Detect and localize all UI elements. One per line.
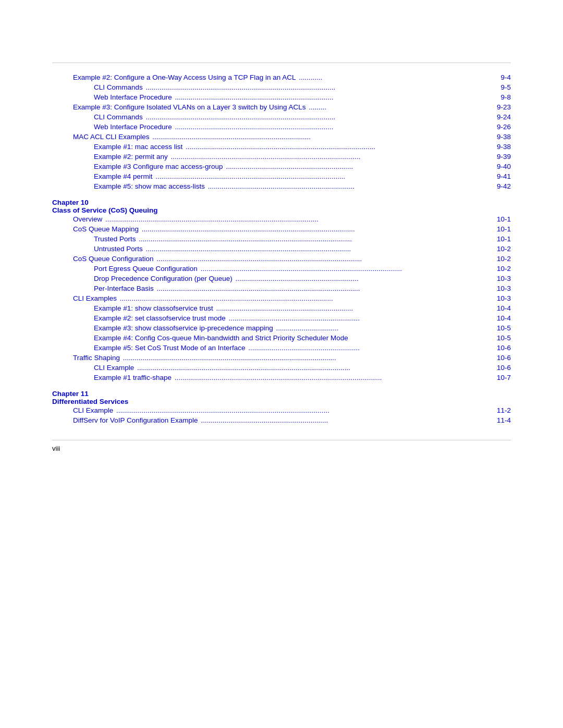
list-item: Web Interface Procedure ................… — [52, 123, 511, 131]
entry-label: Example #2: Configure a One-Way Access U… — [73, 73, 296, 81]
entry-page: 10-3 — [497, 294, 511, 302]
entry-page: 9-42 — [497, 182, 511, 190]
list-item: Example #3: show classofservice ip-prece… — [52, 324, 511, 332]
entry-page: 10-3 — [497, 275, 511, 282]
entry-page: 11-2 — [497, 406, 511, 414]
entry-page: 10-6 — [497, 344, 511, 352]
content-area: Example #2: Configure a One-Way Access U… — [0, 63, 563, 424]
entry-page: 10-1 — [497, 225, 511, 233]
list-item: DiffServ for VoIP Configuration Example … — [52, 416, 511, 424]
entry-dots: ........................................… — [155, 285, 496, 292]
list-item: CLI Example ............................… — [52, 364, 511, 372]
footer-area: viii — [0, 440, 563, 452]
entry-page: 10-6 — [497, 364, 511, 372]
entry-label: CLI Example — [94, 364, 134, 372]
list-item: Traffic Shaping ........................… — [52, 354, 511, 362]
entry-label: CLI Commands — [94, 113, 143, 121]
entry-label: Example #5: show mac access-lists — [94, 182, 205, 190]
entry-page: 11-4 — [497, 416, 511, 424]
entry-page: 9-4 — [500, 73, 511, 81]
chapter-11-label: Chapter 11 — [52, 390, 511, 398]
entry-label: Web Interface Procedure — [94, 93, 172, 101]
list-item: Example #1: show classofservice trust ..… — [52, 304, 511, 312]
entry-dots: ........................................… — [246, 344, 496, 352]
entry-label: CoS Queue Configuration — [73, 255, 154, 263]
entry-label: CoS Queue Mapping — [73, 225, 139, 233]
entry-dots: ........................................… — [103, 215, 496, 223]
list-item: Web Interface Procedure ................… — [52, 93, 511, 101]
entry-dots: ........................................… — [169, 153, 496, 161]
entry-label: Trusted Ports — [94, 235, 136, 243]
entry-label: Per-Interface Basis — [94, 285, 154, 292]
entry-dots: ........................................… — [121, 354, 496, 362]
entry-label: Overview — [73, 215, 102, 223]
entry-label: Example #1 traffic-shape — [94, 374, 172, 381]
entry-dots: ........................................… — [144, 245, 496, 253]
entry-label: MAC ACL CLI Examples — [73, 133, 150, 141]
list-item: CLI Commands ...........................… — [52, 83, 511, 91]
entry-dots: ........................................… — [155, 255, 496, 263]
list-item: Example #3: Configure Isolated VLANs on … — [52, 103, 511, 111]
chapter-10-title: Class of Service (CoS) Queuing — [52, 206, 511, 214]
chapter-11-title: Differentiated Services — [52, 398, 511, 405]
entry-page: 10-3 — [497, 285, 511, 292]
chapter-11-heading: Chapter 11 Differentiated Services — [52, 390, 511, 405]
entry-page: 10-4 — [497, 314, 511, 322]
entry-page: 9-8 — [500, 93, 511, 101]
list-item: Overview ...............................… — [52, 215, 511, 223]
list-item: Example #1: mac access list ............… — [52, 143, 511, 151]
entry-label: Example #5: Set CoS Trust Mode of an Int… — [94, 344, 245, 352]
entry-page: 10-4 — [497, 304, 511, 312]
list-item: Port Egress Queue Configuration ........… — [52, 265, 511, 273]
list-item: Untrusted Ports ........................… — [52, 245, 511, 253]
list-item: Per-Interface Basis ....................… — [52, 285, 511, 292]
entry-page: 9-24 — [497, 113, 511, 121]
entry-dots: ........................................… — [118, 294, 496, 302]
entry-label: Example #2: set classofservice trust mod… — [94, 314, 226, 322]
entry-label: CLI Examples — [73, 294, 117, 302]
list-item: Example #5: show mac access-lists ......… — [52, 182, 511, 190]
entry-dots: ........................................… — [173, 374, 496, 381]
entry-dots: ........................................… — [137, 235, 496, 243]
entry-dots: ........................................… — [183, 143, 496, 151]
entry-dots: ........................................… — [135, 364, 496, 372]
entry-page: 10-1 — [497, 215, 511, 223]
entry-page: 10-2 — [497, 255, 511, 263]
list-item: Example #2: Configure a One-Way Access U… — [52, 73, 511, 81]
entry-dots: ........................................… — [214, 304, 496, 312]
entry-dots: ........................................… — [151, 133, 496, 141]
entry-dots: ........................................… — [140, 225, 496, 233]
entry-dots: ........................................… — [224, 163, 496, 170]
page-container: Example #2: Configure a One-Way Access U… — [0, 63, 563, 728]
entry-label: Example #4: Config Cos-queue Min-bandwid… — [94, 334, 348, 342]
list-item: Example #4 permit ......................… — [52, 172, 511, 180]
entry-page: 10-6 — [497, 354, 511, 362]
list-item: CLI Example ............................… — [52, 406, 511, 414]
list-item: Example #5: Set CoS Trust Mode of an Int… — [52, 344, 511, 352]
chapter-10-heading: Chapter 10 Class of Service (CoS) Queuin… — [52, 199, 511, 214]
entry-dots: ........................................… — [199, 265, 496, 273]
list-item: Example #1 traffic-shape ...............… — [52, 374, 511, 381]
entry-label: Example #2: permit any — [94, 153, 168, 161]
entry-label: CLI Commands — [94, 83, 143, 91]
entry-label: Traffic Shaping — [73, 354, 120, 362]
entry-label: Example #3 Configure mac access-group — [94, 163, 223, 170]
entry-label: Example #1: mac access list — [94, 143, 182, 151]
entry-page: 9-5 — [500, 83, 511, 91]
entry-label: Drop Precedence Configuration (per Queue… — [94, 275, 232, 282]
list-item: CoS Queue Mapping ......................… — [52, 225, 511, 233]
entry-page: 10-5 — [497, 324, 511, 332]
entry-page: 9-40 — [497, 163, 511, 170]
footer-page-number: viii — [52, 445, 60, 452]
entry-page: 10-2 — [497, 245, 511, 253]
entry-dots: ................................ — [274, 324, 496, 332]
entry-dots: ........................................… — [173, 123, 496, 131]
list-item: Trusted Ports ..........................… — [52, 235, 511, 243]
entry-label: Port Egress Queue Configuration — [94, 265, 198, 273]
list-item: CLI Commands ...........................… — [52, 113, 511, 121]
entry-page: 9-38 — [497, 143, 511, 151]
list-item: CoS Queue Configuration ................… — [52, 255, 511, 263]
entry-dots: ........................................… — [114, 406, 496, 414]
entry-label: Untrusted Ports — [94, 245, 143, 253]
entry-dots: ........................................… — [206, 182, 496, 190]
